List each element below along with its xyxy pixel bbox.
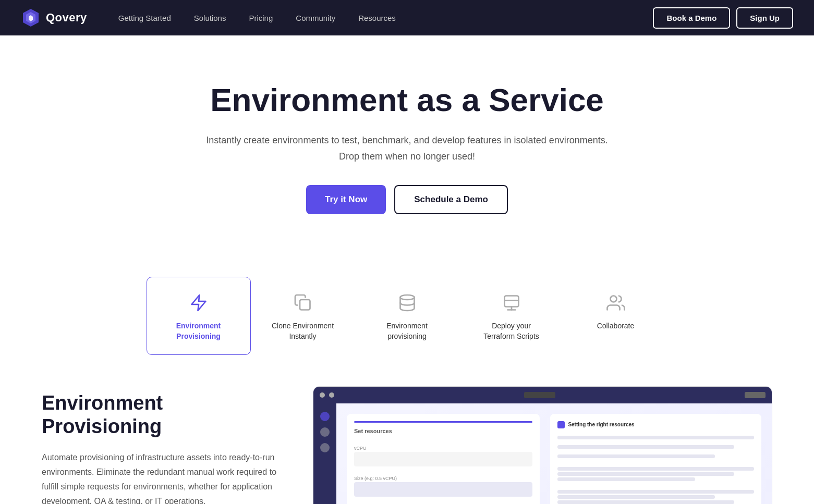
feature-content-section: Environment Provisioning Automate provis…	[0, 355, 814, 504]
svg-point-5	[400, 295, 414, 300]
nav-community[interactable]: Community	[296, 11, 335, 24]
features-tabs-row: EnvironmentProvisioning Clone Environmen…	[0, 261, 814, 354]
mock-text-2	[557, 445, 734, 449]
svg-point-7	[610, 296, 616, 302]
mock-purple-bar	[354, 421, 532, 423]
feature-heading: Environment Provisioning	[42, 391, 282, 439]
mock-cpu-label: vCPU	[354, 446, 532, 451]
mock-topbar-label	[524, 392, 555, 398]
logo[interactable]: Qovery	[21, 8, 87, 28]
feature-text-panel: Environment Provisioning Automate provis…	[42, 386, 282, 504]
mock-cpu-section: vCPU	[354, 446, 532, 466]
sign-up-button[interactable]: Sign Up	[736, 7, 793, 29]
tab-env-provisioning[interactable]: EnvironmentProvisioning	[147, 277, 251, 354]
user-icon	[605, 292, 627, 314]
try-now-button[interactable]: Try it Now	[306, 185, 386, 214]
book-demo-button[interactable]: Book a Demo	[653, 7, 730, 29]
mock-text-6	[557, 477, 695, 481]
mock-sidebar	[313, 403, 336, 504]
mock-dot-1	[320, 392, 325, 398]
hero-title: Environment as a Service	[21, 82, 793, 118]
mock-text-group-2	[557, 467, 754, 483]
mock-sidebar-icon-2	[320, 427, 330, 437]
mock-sidebar-icon-1	[320, 412, 330, 421]
nav-links: Getting Started Solutions Pricing Commun…	[118, 11, 653, 24]
tab-env-provisioning-2[interactable]: Environmentprovisioning	[355, 277, 459, 354]
mock-text-9	[557, 500, 734, 504]
mock-close-btn	[745, 392, 766, 398]
logo-text: Qovery	[46, 11, 87, 24]
hero-subtitle: Instantly create environments to test, b…	[21, 132, 793, 164]
layers-icon	[501, 292, 523, 314]
tab-clone-env[interactable]: Clone EnvironmentInstantly	[251, 277, 355, 354]
mock-text-1	[557, 436, 754, 439]
mock-cpu-field	[354, 452, 532, 466]
mock-text-8	[557, 495, 714, 499]
nav-getting-started[interactable]: Getting Started	[118, 11, 171, 24]
mock-text-5	[557, 472, 734, 476]
clone-icon	[292, 292, 314, 314]
mock-sidebar-icon-3	[320, 443, 330, 452]
mock-panel2-icon	[557, 421, 565, 428]
mock-panel2-title: Setting the right resources	[568, 422, 634, 427]
database-icon	[396, 292, 418, 314]
svg-rect-6	[504, 296, 518, 307]
mock-topbar	[313, 387, 772, 403]
nav-resources[interactable]: Resources	[358, 11, 396, 24]
qovery-logo-icon	[21, 8, 41, 28]
tab-env-provisioning-label: EnvironmentProvisioning	[176, 321, 221, 341]
mock-text-group-3	[557, 490, 754, 504]
mock-app-ui: Set resources vCPU Size (e.g: 0.5 vCPU) …	[313, 387, 772, 504]
schedule-demo-button[interactable]: Schedule a Demo	[394, 185, 508, 214]
mock-panel-left: Set resources vCPU Size (e.g: 0.5 vCPU) …	[347, 414, 540, 504]
mock-body: Set resources vCPU Size (e.g: 0.5 vCPU) …	[313, 403, 772, 504]
hero-section: Environment as a Service Instantly creat…	[0, 35, 814, 245]
tab-env-provisioning-2-label: Environmentprovisioning	[386, 321, 428, 341]
mock-text-7	[557, 490, 754, 494]
mock-panel2-header: Setting the right resources	[557, 421, 754, 428]
tab-terraform-label: Deploy yourTerraform Scripts	[483, 321, 539, 341]
tab-collaborate[interactable]: Collaborate	[564, 277, 668, 354]
feature-description: Automate provisioning of infrastructure …	[42, 450, 282, 504]
nav-solutions[interactable]: Solutions	[194, 11, 226, 24]
hero-subtitle-line1: Instantly create environments to test, b…	[206, 135, 608, 145]
mock-size-section: Size (e.g: 0.5 vCPU)	[354, 476, 532, 497]
nav-pricing[interactable]: Pricing	[249, 11, 273, 24]
feature-screenshot-panel: Set resources vCPU Size (e.g: 0.5 vCPU) …	[313, 386, 772, 504]
svg-marker-3	[191, 295, 205, 311]
mock-size-field	[354, 482, 532, 497]
svg-rect-4	[300, 300, 310, 310]
hero-subtitle-line2: Drop them when no longer used!	[339, 151, 475, 162]
hero-cta-group: Try it Now Schedule a Demo	[21, 185, 793, 214]
tab-terraform[interactable]: Deploy yourTerraform Scripts	[459, 277, 564, 354]
mock-panel-title: Set resources	[354, 428, 532, 434]
tab-clone-env-label: Clone EnvironmentInstantly	[272, 321, 334, 341]
lightning-icon	[188, 292, 210, 314]
mock-main: Set resources vCPU Size (e.g: 0.5 vCPU) …	[336, 403, 772, 504]
mock-dot-2	[329, 392, 334, 398]
navigation: Qovery Getting Started Solutions Pricing…	[0, 0, 814, 35]
mock-panel-right: Setting the right resources	[550, 414, 761, 504]
tab-collaborate-label: Collaborate	[597, 321, 635, 331]
mock-text-4	[557, 467, 754, 471]
nav-actions: Book a Demo Sign Up	[653, 7, 793, 29]
mock-size-label: Size (e.g: 0.5 vCPU)	[354, 476, 532, 481]
mock-text-3	[557, 454, 714, 458]
